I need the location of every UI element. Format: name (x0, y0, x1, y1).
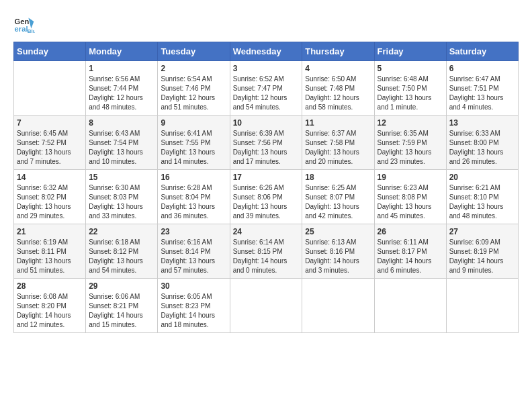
day-info: Sunrise: 6:33 AM Sunset: 8:00 PM Dayligh… (449, 129, 515, 167)
calendar-cell (230, 279, 302, 333)
calendar-table: SundayMondayTuesdayWednesdayThursdayFrid… (13, 42, 519, 333)
day-info: Sunrise: 6:43 AM Sunset: 7:54 PM Dayligh… (89, 129, 154, 167)
day-number: 8 (89, 118, 154, 128)
day-number: 18 (305, 173, 371, 182)
day-number: 9 (161, 118, 226, 128)
calendar-cell: 12Sunrise: 6:35 AM Sunset: 7:59 PM Dayli… (374, 116, 446, 170)
day-info: Sunrise: 6:08 AM Sunset: 8:20 PM Dayligh… (17, 292, 83, 330)
day-info: Sunrise: 6:37 AM Sunset: 7:58 PM Dayligh… (305, 129, 371, 167)
calendar-cell: 29Sunrise: 6:06 AM Sunset: 8:21 PM Dayli… (86, 279, 158, 333)
day-info: Sunrise: 6:35 AM Sunset: 7:59 PM Dayligh… (378, 129, 443, 167)
calendar-cell: 21Sunrise: 6:19 AM Sunset: 8:11 PM Dayli… (14, 224, 86, 279)
day-number: 28 (17, 281, 83, 291)
day-info: Sunrise: 6:26 AM Sunset: 8:06 PM Dayligh… (233, 183, 300, 221)
day-number: 12 (378, 118, 443, 128)
day-info: Sunrise: 6:09 AM Sunset: 8:19 PM Dayligh… (449, 238, 515, 275)
calendar-cell: 3Sunrise: 6:52 AM Sunset: 7:47 PM Daylig… (230, 61, 302, 116)
day-number: 26 (378, 227, 443, 236)
week-row-5: 28Sunrise: 6:08 AM Sunset: 8:20 PM Dayli… (14, 279, 519, 333)
day-info: Sunrise: 6:48 AM Sunset: 7:50 PM Dayligh… (378, 75, 443, 112)
day-number: 16 (161, 173, 226, 182)
calendar-cell: 24Sunrise: 6:14 AM Sunset: 8:15 PM Dayli… (230, 224, 302, 279)
day-header-thursday: Thursday (302, 42, 374, 61)
calendar-cell (374, 279, 446, 333)
calendar-cell (446, 279, 518, 333)
calendar-body: 1Sunrise: 6:56 AM Sunset: 7:44 PM Daylig… (14, 61, 519, 333)
day-info: Sunrise: 6:39 AM Sunset: 7:56 PM Dayligh… (233, 129, 300, 167)
calendar-header-row: SundayMondayTuesdayWednesdayThursdayFrid… (14, 42, 519, 61)
day-number: 21 (17, 227, 83, 236)
day-number: 17 (233, 173, 300, 182)
day-info: Sunrise: 6:30 AM Sunset: 8:03 PM Dayligh… (89, 183, 154, 221)
day-header-monday: Monday (86, 42, 158, 61)
logo: Gen eral Blue (13, 13, 38, 35)
day-number: 6 (449, 64, 515, 73)
calendar-cell: 26Sunrise: 6:11 AM Sunset: 8:17 PM Dayli… (374, 224, 446, 279)
calendar-cell: 18Sunrise: 6:25 AM Sunset: 8:07 PM Dayli… (302, 170, 374, 224)
day-number: 14 (17, 173, 83, 182)
calendar-cell: 19Sunrise: 6:23 AM Sunset: 8:08 PM Dayli… (374, 170, 446, 224)
day-number: 2 (161, 64, 226, 73)
day-number: 27 (449, 227, 515, 236)
day-number: 22 (89, 227, 154, 236)
calendar-cell: 17Sunrise: 6:26 AM Sunset: 8:06 PM Dayli… (230, 170, 302, 224)
svg-marker-2 (28, 17, 34, 28)
calendar-cell: 9Sunrise: 6:41 AM Sunset: 7:55 PM Daylig… (158, 116, 230, 170)
day-number: 20 (449, 173, 515, 182)
day-info: Sunrise: 6:14 AM Sunset: 8:15 PM Dayligh… (233, 238, 300, 275)
calendar-cell: 20Sunrise: 6:21 AM Sunset: 8:10 PM Dayli… (446, 170, 518, 224)
calendar-cell: 8Sunrise: 6:43 AM Sunset: 7:54 PM Daylig… (86, 116, 158, 170)
day-info: Sunrise: 6:28 AM Sunset: 8:04 PM Dayligh… (161, 183, 226, 221)
day-number: 10 (233, 118, 300, 128)
day-info: Sunrise: 6:19 AM Sunset: 8:11 PM Dayligh… (17, 238, 83, 275)
day-header-wednesday: Wednesday (230, 42, 302, 61)
day-number: 29 (89, 281, 154, 291)
day-info: Sunrise: 6:41 AM Sunset: 7:55 PM Dayligh… (161, 129, 226, 167)
calendar-cell: 2Sunrise: 6:54 AM Sunset: 7:46 PM Daylig… (158, 61, 230, 116)
day-header-tuesday: Tuesday (158, 42, 230, 61)
day-info: Sunrise: 6:32 AM Sunset: 8:02 PM Dayligh… (17, 183, 83, 221)
day-info: Sunrise: 6:21 AM Sunset: 8:10 PM Dayligh… (449, 183, 515, 221)
calendar-cell (14, 61, 86, 116)
calendar-cell: 14Sunrise: 6:32 AM Sunset: 8:02 PM Dayli… (14, 170, 86, 224)
day-info: Sunrise: 6:52 AM Sunset: 7:47 PM Dayligh… (233, 75, 300, 112)
calendar-cell: 16Sunrise: 6:28 AM Sunset: 8:04 PM Dayli… (158, 170, 230, 224)
day-number: 15 (89, 173, 154, 182)
day-number: 5 (378, 64, 443, 73)
day-info: Sunrise: 6:13 AM Sunset: 8:16 PM Dayligh… (305, 238, 371, 275)
week-row-4: 21Sunrise: 6:19 AM Sunset: 8:11 PM Dayli… (14, 224, 519, 279)
day-info: Sunrise: 6:54 AM Sunset: 7:46 PM Dayligh… (161, 75, 226, 112)
day-info: Sunrise: 6:50 AM Sunset: 7:48 PM Dayligh… (305, 75, 371, 112)
day-info: Sunrise: 6:45 AM Sunset: 7:52 PM Dayligh… (17, 129, 83, 167)
day-number: 24 (233, 227, 300, 236)
day-info: Sunrise: 6:05 AM Sunset: 8:23 PM Dayligh… (161, 292, 226, 330)
calendar-cell: 10Sunrise: 6:39 AM Sunset: 7:56 PM Dayli… (230, 116, 302, 170)
calendar-cell: 28Sunrise: 6:08 AM Sunset: 8:20 PM Dayli… (14, 279, 86, 333)
day-number: 25 (305, 227, 371, 236)
day-header-friday: Friday (374, 42, 446, 61)
calendar-cell: 15Sunrise: 6:30 AM Sunset: 8:03 PM Dayli… (86, 170, 158, 224)
day-number: 23 (161, 227, 226, 236)
day-info: Sunrise: 6:56 AM Sunset: 7:44 PM Dayligh… (89, 75, 154, 112)
calendar-cell: 1Sunrise: 6:56 AM Sunset: 7:44 PM Daylig… (86, 61, 158, 116)
week-row-1: 1Sunrise: 6:56 AM Sunset: 7:44 PM Daylig… (14, 61, 519, 116)
day-number: 4 (305, 64, 371, 73)
calendar-cell: 22Sunrise: 6:18 AM Sunset: 8:12 PM Dayli… (86, 224, 158, 279)
day-number: 30 (161, 281, 226, 291)
calendar-cell: 7Sunrise: 6:45 AM Sunset: 7:52 PM Daylig… (14, 116, 86, 170)
calendar-cell: 30Sunrise: 6:05 AM Sunset: 8:23 PM Dayli… (158, 279, 230, 333)
calendar-cell: 23Sunrise: 6:16 AM Sunset: 8:14 PM Dayli… (158, 224, 230, 279)
calendar-cell: 5Sunrise: 6:48 AM Sunset: 7:50 PM Daylig… (374, 61, 446, 116)
calendar-cell: 11Sunrise: 6:37 AM Sunset: 7:58 PM Dayli… (302, 116, 374, 170)
header: Gen eral Blue (13, 13, 519, 35)
calendar-cell: 13Sunrise: 6:33 AM Sunset: 8:00 PM Dayli… (446, 116, 518, 170)
day-info: Sunrise: 6:18 AM Sunset: 8:12 PM Dayligh… (89, 238, 154, 275)
day-header-saturday: Saturday (446, 42, 518, 61)
week-row-2: 7Sunrise: 6:45 AM Sunset: 7:52 PM Daylig… (14, 116, 519, 170)
day-number: 3 (233, 64, 300, 73)
calendar-cell: 6Sunrise: 6:47 AM Sunset: 7:51 PM Daylig… (446, 61, 518, 116)
svg-text:Blue: Blue (28, 28, 35, 34)
day-info: Sunrise: 6:06 AM Sunset: 8:21 PM Dayligh… (89, 292, 154, 330)
svg-text:Gen: Gen (15, 17, 30, 26)
day-header-sunday: Sunday (14, 42, 86, 61)
